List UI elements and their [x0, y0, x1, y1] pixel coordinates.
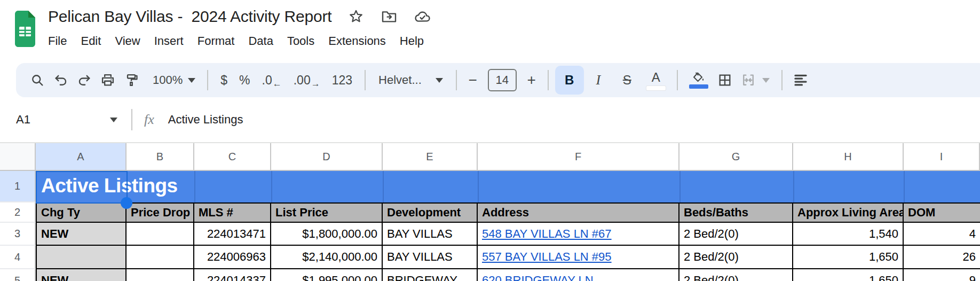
menu-insert[interactable]: Insert	[147, 32, 191, 50]
increase-font-size-button[interactable]: +	[522, 72, 541, 89]
star-icon[interactable]	[347, 8, 365, 25]
column-header-a[interactable]: A	[36, 143, 127, 171]
header-cell-address[interactable]: Address	[478, 202, 679, 223]
paint-format-icon[interactable]	[120, 67, 143, 93]
cell-development[interactable]: BAY VILLAS	[383, 246, 478, 269]
horizontal-align-button[interactable]	[789, 67, 812, 93]
row-header-2[interactable]: 2	[0, 202, 36, 223]
cell-living-area[interactable]: 1,650	[793, 246, 904, 269]
decrease-decimal-button[interactable]: .0 ←	[256, 67, 288, 93]
address-link[interactable]: 548 BAY VILLAS LN #67	[482, 227, 612, 241]
cell-list-price[interactable]: $2,140,000.00	[271, 246, 383, 269]
row-header-1[interactable]: 1	[0, 171, 36, 202]
menu-file[interactable]: File	[41, 32, 74, 50]
header-cell-price-drop[interactable]: Price Drop	[127, 202, 194, 223]
borders-button[interactable]	[713, 67, 737, 93]
cell-development[interactable]: BAY VILLAS	[383, 223, 478, 246]
column-header-row: A B C D E F G H I	[0, 143, 980, 171]
cell-price-drop[interactable]	[127, 223, 194, 246]
cell-beds-baths[interactable]: 2 Bed/2(0)	[679, 223, 793, 246]
formula-bar-separator	[131, 109, 132, 130]
italic-button[interactable]: I	[584, 66, 613, 95]
font-family-selector[interactable]: Helvet...	[372, 73, 449, 87]
font-size-input[interactable]: 14	[488, 69, 517, 91]
cell-chg-ty[interactable]: NEW	[36, 223, 127, 246]
cloud-saved-icon[interactable]	[414, 8, 431, 25]
undo-icon[interactable]	[49, 67, 73, 93]
text-color-button[interactable]: A	[642, 66, 670, 95]
row1-gridline	[194, 171, 195, 202]
search-icon[interactable]	[26, 67, 49, 93]
header-cell-development[interactable]: Development	[383, 202, 478, 223]
column-header-g[interactable]: G	[679, 143, 793, 171]
menu-view[interactable]: View	[108, 32, 147, 50]
cell-list-price[interactable]: $1,800,000.00	[271, 223, 383, 246]
menu-data[interactable]: Data	[241, 32, 280, 50]
cell-beds-baths[interactable]: 2 Bed/2(0)	[679, 246, 793, 269]
strikethrough-icon: S	[623, 73, 631, 88]
header-cell-list-price[interactable]: List Price	[271, 202, 383, 223]
redo-icon[interactable]	[73, 67, 96, 93]
row-header-4[interactable]: 4	[0, 246, 36, 269]
increase-decimal-button[interactable]: .00 →	[288, 67, 326, 93]
menu-tools[interactable]: Tools	[280, 32, 321, 50]
name-box[interactable]: A1	[16, 113, 117, 127]
more-formats-button[interactable]: 123	[326, 67, 358, 93]
header-cell-dom[interactable]: DOM	[904, 202, 980, 223]
cell-dom[interactable]: 26	[904, 246, 980, 269]
cell-price-drop[interactable]	[127, 246, 194, 269]
address-link[interactable]: 557 BAY VILLAS LN #95	[482, 250, 612, 264]
cell-dom[interactable]: 9	[904, 269, 980, 281]
row1-gridline	[904, 171, 905, 202]
column-header-h[interactable]: H	[793, 143, 904, 171]
cell-beds-baths[interactable]: 2 Bed/2(0)	[679, 269, 793, 281]
cell-development[interactable]: BRIDGEWAY	[383, 269, 478, 281]
menu-format[interactable]: Format	[191, 32, 242, 50]
cell-mls[interactable]: 224013471	[194, 223, 271, 246]
header-cell-chg-ty[interactable]: Chg Ty	[36, 202, 127, 223]
menu-help[interactable]: Help	[393, 32, 431, 50]
header-cell-beds-baths[interactable]: Beds/Baths	[679, 202, 793, 223]
cell-living-area[interactable]: 1,650	[793, 269, 904, 281]
sheets-logo[interactable]	[14, 10, 36, 48]
cell-mls[interactable]: 224014337	[194, 269, 271, 281]
cell-list-price[interactable]: $1,995,000.00	[271, 269, 383, 281]
column-header-d[interactable]: D	[271, 143, 383, 171]
cell-price-drop[interactable]	[127, 269, 194, 281]
row1-gridline	[478, 171, 479, 202]
bold-button[interactable]: B	[555, 66, 584, 95]
cell-a1[interactable]: Active Listings	[36, 171, 980, 202]
menu-edit[interactable]: Edit	[74, 32, 108, 50]
print-icon[interactable]	[96, 67, 120, 93]
cell-dom[interactable]: 4	[904, 223, 980, 246]
doc-title[interactable]: Pelican Bay Villas - 2024 Activity Repor…	[48, 7, 331, 26]
fill-color-button[interactable]	[684, 66, 713, 95]
strikethrough-button[interactable]: S	[613, 66, 642, 95]
format-currency-button[interactable]: $	[215, 67, 233, 93]
column-header-b[interactable]: B	[127, 143, 194, 171]
decrease-font-size-button[interactable]: −	[463, 72, 483, 89]
section-title: Active Listings	[41, 171, 178, 201]
cell-mls[interactable]: 224006963	[194, 246, 271, 269]
cell-chg-ty[interactable]: NEW	[36, 269, 127, 281]
formula-input[interactable]: Active Listings	[168, 113, 243, 127]
zoom-control[interactable]: 100%	[147, 73, 201, 87]
header-cell-living-area[interactable]: Approx Living Area	[793, 202, 904, 223]
address-link[interactable]: 620 BRIDGEWAY LN	[482, 274, 594, 281]
header-cell-mls[interactable]: MLS #	[194, 202, 271, 223]
format-percent-button[interactable]: %	[233, 67, 256, 93]
cell-chg-ty[interactable]	[36, 246, 127, 269]
fill-color-icon	[692, 72, 706, 83]
select-all-corner[interactable]	[0, 143, 36, 171]
column-header-c[interactable]: C	[194, 143, 271, 171]
toolbar-separator	[781, 70, 783, 90]
row-header-3[interactable]: 3	[0, 223, 36, 246]
row-header-5[interactable]: 5	[0, 269, 36, 281]
column-header-f[interactable]: F	[478, 143, 679, 171]
column-header-i[interactable]: I	[904, 143, 980, 171]
cell-living-area[interactable]: 1,540	[793, 223, 904, 246]
move-folder-icon[interactable]	[381, 8, 398, 25]
selection-fill-handle[interactable]	[121, 197, 132, 209]
menu-extensions[interactable]: Extensions	[321, 32, 393, 50]
column-header-e[interactable]: E	[383, 143, 478, 171]
